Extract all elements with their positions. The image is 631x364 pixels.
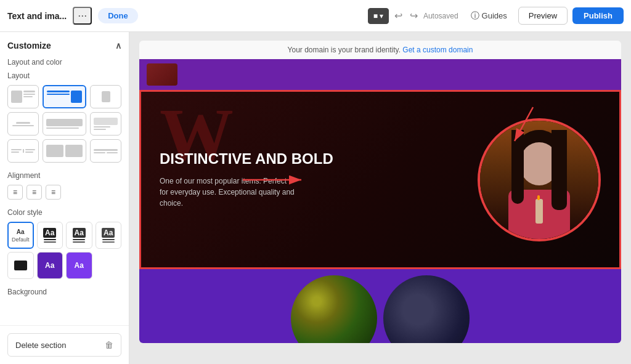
circle-image <box>478 118 601 241</box>
more-options-button[interactable]: ··· <box>73 7 92 25</box>
undo-button[interactable]: ↩ <box>391 8 405 23</box>
bottom-circle-2 <box>383 275 470 343</box>
bottom-section <box>139 269 621 343</box>
dark-grapes-image <box>383 275 470 343</box>
info-icon: ⓘ <box>471 10 479 22</box>
background-section-label: Background <box>7 288 121 296</box>
align-left-button[interactable]: ≡ <box>7 185 23 200</box>
chevron-down-icon: ▾ <box>380 12 383 20</box>
color-style-grid: Aa Default Aa Aa <box>7 222 121 279</box>
redo-button[interactable]: ↪ <box>407 8 421 23</box>
alignment-row: ≡ ≡ ≡ <box>7 185 121 200</box>
guides-label: Guides <box>482 11 507 20</box>
collapse-icon[interactable]: ∧ <box>115 41 121 51</box>
color-style-label: Color style <box>7 208 121 217</box>
layout-option-2[interactable] <box>43 85 86 108</box>
layout-option-4[interactable] <box>7 112 39 135</box>
publish-button[interactable]: Publish <box>572 7 624 24</box>
color-swatch-6[interactable]: Aa <box>66 252 92 279</box>
color-swatch-5[interactable]: Aa <box>37 252 63 279</box>
color-swatch-1[interactable]: Aa <box>37 222 63 249</box>
delete-section-button[interactable]: Delete section 🗑 <box>7 333 121 357</box>
canvas-area[interactable]: Your domain is your brand identity. Get … <box>129 32 631 364</box>
layout-option-6[interactable] <box>90 112 121 135</box>
layout-option-3[interactable] <box>90 85 121 108</box>
domain-bar: Your domain is your brand identity. Get … <box>139 41 621 59</box>
trash-icon: 🗑 <box>105 340 113 350</box>
person-image <box>480 121 598 239</box>
preview-button[interactable]: Preview <box>518 7 568 25</box>
color-swatch-default[interactable]: Aa Default <box>7 222 34 249</box>
layout-options-grid <box>7 85 121 163</box>
domain-text: Your domain is your brand identity. <box>288 46 401 54</box>
toolbar-group: ■ ▾ ↩ ↪ Autosaved <box>368 8 458 24</box>
layout-label: Layout <box>7 71 121 80</box>
layout-option-5[interactable] <box>43 112 86 135</box>
bottom-circle-image <box>291 275 377 343</box>
autosaved-label: Autosaved <box>423 12 458 20</box>
device-toggle-button[interactable]: ■ ▾ <box>368 8 389 24</box>
color-swatch-4[interactable]: Aa <box>7 252 34 279</box>
section-headline: DISTINCTIVE AND BOLD <box>160 150 465 168</box>
layout-option-8[interactable] <box>43 139 86 163</box>
main-layout: Customize ∧ Layout and color Layout <box>0 32 631 364</box>
domain-link[interactable]: Get a custom domain <box>402 46 473 54</box>
dark-section: W DISTINCTIVE AND BOLD One of our most p… <box>141 92 619 267</box>
align-center-button[interactable]: ≡ <box>26 185 42 200</box>
section-image-container <box>478 118 601 241</box>
layout-option-9[interactable] <box>90 139 121 163</box>
layout-color-label: Layout and color <box>7 58 121 67</box>
header-right: ⓘ Guides Preview Publish <box>465 7 624 25</box>
color-swatch-3[interactable]: Aa <box>96 222 122 249</box>
alignment-section-label: Alignment <box>7 171 121 180</box>
layout-option-1[interactable] <box>7 85 39 108</box>
canvas-wrapper: Your domain is your brand identity. Get … <box>129 32 631 343</box>
customize-section-title: Customize ∧ <box>7 41 121 51</box>
device-icon: ■ <box>373 12 378 20</box>
delete-section-label: Delete section <box>15 341 66 350</box>
layout-option-7[interactable] <box>7 139 39 163</box>
section-text: DISTINCTIVE AND BOLD One of our most pop… <box>160 150 465 209</box>
color-swatch-2[interactable]: Aa <box>66 222 92 249</box>
top-bar-image <box>147 63 177 86</box>
section-subtext: One of our most popular items. Perfect f… <box>160 176 295 209</box>
grapes-image <box>291 275 377 343</box>
page-title: Text and ima... <box>7 11 67 21</box>
purple-top-bar <box>139 59 621 90</box>
header: Text and ima... ··· Done ■ ▾ ↩ ↪ Autosav… <box>0 0 631 32</box>
align-right-button[interactable]: ≡ <box>46 185 61 200</box>
undo-redo-group: ↩ ↪ <box>391 8 421 23</box>
done-button[interactable]: Done <box>98 8 138 23</box>
delete-section-area: Delete section 🗑 <box>0 325 129 364</box>
guides-button[interactable]: ⓘ Guides <box>465 7 513 25</box>
sidebar: Customize ∧ Layout and color Layout <box>0 32 129 364</box>
canvas-content: W DISTINCTIVE AND BOLD One of our most p… <box>139 59 621 343</box>
selected-section[interactable]: W DISTINCTIVE AND BOLD One of our most p… <box>139 90 621 269</box>
